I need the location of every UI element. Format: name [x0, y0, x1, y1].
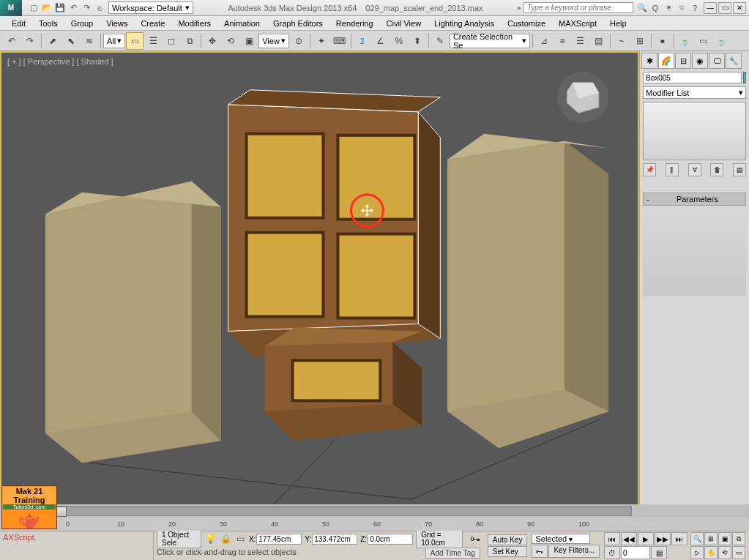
make-unique-button[interactable]: ∀ — [688, 163, 701, 176]
minimize-button[interactable]: — — [704, 2, 717, 14]
current-frame-input[interactable] — [621, 546, 650, 559]
schematic-view-button[interactable]: ⊞ — [631, 32, 649, 50]
curve-editor-button[interactable]: ~ — [613, 32, 630, 50]
menu-graph-editors[interactable]: Graph Editors — [267, 18, 329, 29]
align-button[interactable]: ≡ — [554, 32, 571, 50]
pivot-center-button[interactable]: ⊙ — [290, 32, 308, 50]
time-config-button[interactable]: ⏱ — [604, 546, 620, 559]
window-crossing-button[interactable]: ⧉ — [181, 32, 198, 50]
pin-stack-button[interactable]: 📌 — [643, 163, 656, 176]
save-icon[interactable]: 💾 — [54, 2, 66, 14]
viewport-3d[interactable] — [1, 53, 638, 522]
select-object-button[interactable]: ▭ — [126, 32, 144, 50]
lock-selection-button[interactable]: 💡 — [204, 532, 217, 545]
x-input[interactable] — [256, 534, 302, 545]
time-slider[interactable]: 0 / 100 — [0, 504, 749, 518]
orbit-button[interactable]: ⟲ — [718, 546, 731, 559]
fov-button[interactable]: ▷ — [690, 546, 704, 559]
unlink-button[interactable]: ⬉ — [62, 32, 80, 50]
set-key-button[interactable]: Set Key — [488, 546, 528, 557]
select-move-button[interactable]: ✥ — [204, 32, 221, 50]
comm-center-icon[interactable]: Q — [649, 2, 661, 14]
zoom-button[interactable]: 🔍 — [690, 532, 704, 545]
snap-toggle-button[interactable]: 2 — [354, 32, 371, 50]
menu-animation[interactable]: Animation — [218, 18, 266, 29]
mirror-button[interactable]: ⊿ — [535, 32, 553, 50]
angle-snap-button[interactable]: ∠ — [372, 32, 390, 50]
redo-icon[interactable]: ↷ — [81, 2, 92, 14]
render-button[interactable]: 🍵 — [713, 32, 731, 50]
ref-coord-dropdown[interactable]: View▾ — [258, 34, 289, 48]
create-tab[interactable]: ✱ — [641, 53, 657, 69]
prev-frame-button[interactable]: ◀◀ — [621, 532, 637, 545]
key-icon[interactable]: 🗝 — [470, 533, 480, 545]
menu-tools[interactable]: Tools — [33, 18, 64, 29]
manipulate-button[interactable]: ✦ — [313, 32, 330, 50]
play-animation-button[interactable]: ▶ — [638, 532, 654, 545]
undo-icon[interactable]: ↶ — [67, 2, 79, 14]
menu-civil-view[interactable]: Civil View — [381, 18, 427, 29]
material-editor-button[interactable]: ● — [654, 32, 671, 50]
open-icon[interactable]: 📂 — [41, 2, 53, 14]
menu-customize[interactable]: Customize — [502, 18, 551, 29]
favorite-icon[interactable]: ☆ — [676, 2, 687, 14]
named-sel-edit-button[interactable]: ✎ — [431, 32, 449, 50]
spinner-snap-button[interactable]: ⬍ — [409, 32, 426, 50]
max-viewport-button[interactable]: ▭ — [732, 546, 745, 559]
parameters-rollout-header[interactable]: - Parameters — [643, 193, 746, 206]
link-button[interactable]: ⬈ — [44, 32, 62, 50]
menu-maxscript[interactable]: MAXScript — [553, 18, 603, 29]
motion-tab[interactable]: ◉ — [692, 53, 708, 69]
bind-spacewarp-button[interactable]: ≋ — [81, 32, 98, 50]
menu-rendering[interactable]: Rendering — [330, 18, 379, 29]
object-name-input[interactable] — [643, 72, 742, 83]
goto-start-button[interactable]: ⏮ — [604, 532, 620, 545]
remove-modifier-button[interactable]: 🗑 — [710, 163, 723, 176]
link-icon[interactable]: ⎋ — [94, 2, 105, 14]
next-frame-button[interactable]: ▶▶ — [655, 532, 671, 545]
select-region-button[interactable]: ◻ — [163, 32, 180, 50]
listener-area[interactable]: AXScript. — [0, 531, 154, 560]
help-icon[interactable]: ? — [689, 2, 701, 14]
slider-track[interactable]: 0 / 100 — [22, 506, 632, 516]
menu-group[interactable]: Group — [65, 18, 100, 29]
keyboard-shortcut-button[interactable]: ⌨ — [331, 32, 349, 50]
show-end-result-button[interactable]: ‖ — [666, 163, 679, 176]
viewport-container[interactable]: [ + ] [ Perspective ] [ Shaded ] — [0, 51, 639, 523]
zoom-all-button[interactable]: ⊞ — [704, 532, 718, 545]
named-selection-dropdown[interactable]: Create Selection Se▾ — [450, 34, 530, 48]
set-keys-button[interactable]: 🗝 — [532, 545, 548, 558]
render-setup-button[interactable]: 🍵 — [677, 32, 694, 50]
menu-edit[interactable]: Edit — [6, 18, 31, 29]
layers-button[interactable]: ☰ — [572, 32, 589, 50]
key-filters-button[interactable]: Key Filters... — [548, 545, 600, 558]
display-tab[interactable]: 🖵 — [709, 53, 725, 69]
maximize-button[interactable]: ▭ — [718, 2, 731, 14]
binoculars-icon[interactable]: 🔍 — [636, 2, 648, 14]
undo-button[interactable]: ↶ — [3, 32, 21, 50]
viewcube[interactable] — [557, 72, 608, 123]
key-mode-toggle-button[interactable]: ▤ — [651, 546, 667, 559]
y-input[interactable] — [312, 534, 357, 545]
object-color-swatch[interactable] — [743, 72, 746, 83]
goto-end-button[interactable]: ⏭ — [671, 532, 687, 545]
zoom-extents-all-button[interactable]: ⧉ — [732, 532, 745, 545]
menu-help[interactable]: Help — [604, 18, 633, 29]
select-scale-button[interactable]: ▣ — [240, 32, 258, 50]
select-by-name-button[interactable]: ☰ — [144, 32, 162, 50]
percent-snap-button[interactable]: % — [390, 32, 408, 50]
menu-create[interactable]: Create — [135, 18, 171, 29]
isolate-button[interactable]: ▭ — [235, 532, 246, 545]
menu-views[interactable]: Views — [100, 18, 133, 29]
auto-key-button[interactable]: Auto Key — [488, 534, 528, 545]
zoom-extents-button[interactable]: ▣ — [718, 532, 731, 545]
redo-button[interactable]: ↷ — [21, 32, 39, 50]
timeline-ruler[interactable]: 0 10 20 30 40 50 60 70 80 90 100 — [0, 518, 749, 531]
select-rotate-button[interactable]: ⟲ — [222, 32, 239, 50]
selection-filter-dropdown[interactable]: All▾ — [103, 34, 125, 48]
key-mode-dropdown[interactable]: Selected ▾ — [532, 534, 590, 544]
menu-lighting-analysis[interactable]: Lighting Analysis — [428, 18, 500, 29]
z-input[interactable] — [368, 534, 413, 545]
help-search-input[interactable] — [523, 2, 633, 13]
layer-manager-button[interactable]: ▤ — [590, 32, 608, 50]
